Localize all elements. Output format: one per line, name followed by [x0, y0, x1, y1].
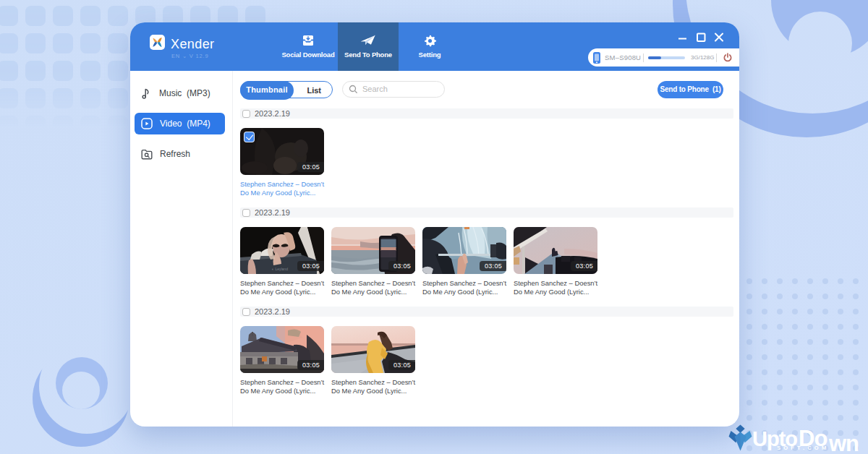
svg-text:wn: wn — [828, 431, 859, 454]
svg-text:◐ Leyland: ◐ Leyland — [272, 267, 288, 271]
svg-text:SOFT.COM: SOFT.COM — [777, 445, 829, 451]
